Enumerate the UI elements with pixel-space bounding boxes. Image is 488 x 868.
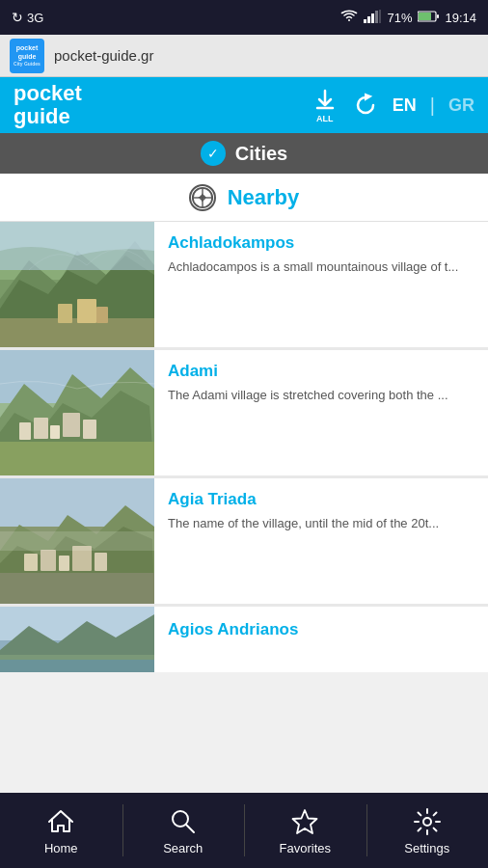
header-icons: ALL EN | GR (312, 87, 474, 123)
logo-text-city: City Guides (14, 61, 41, 67)
all-label: ALL (316, 114, 334, 123)
svg-rect-30 (83, 420, 96, 439)
cities-checkmark-icon: ✓ (201, 141, 226, 166)
city-info-agios-andrianos: Agios Andrianos (154, 607, 488, 672)
nearby-label: Nearby (228, 185, 300, 210)
svg-point-11 (200, 195, 204, 200)
nav-favorites[interactable]: Favorites (244, 793, 366, 868)
svg-rect-2 (371, 14, 374, 23)
battery-label: 71% (387, 11, 412, 25)
svg-rect-7 (437, 14, 439, 18)
download-all-button[interactable]: ALL (312, 87, 339, 123)
svg-rect-3 (375, 11, 378, 23)
svg-rect-46 (0, 660, 154, 672)
logo-text-pocket: pocket (16, 44, 39, 52)
nav-settings-label: Settings (404, 841, 449, 855)
svg-rect-37 (41, 550, 56, 571)
city-desc-adami: The Adami village is stretched covering … (168, 387, 474, 404)
lang-divider: | (430, 95, 435, 117)
svg-rect-18 (77, 299, 96, 323)
lang-gr-button[interactable]: GR (448, 95, 474, 116)
svg-rect-41 (0, 531, 154, 551)
settings-icon (412, 806, 443, 837)
city-info-agia-triada: Agia Triada The name of the village, unt… (154, 478, 488, 604)
svg-marker-49 (293, 810, 317, 833)
city-item-agios-andrianos[interactable]: Agios Andrianos (0, 607, 488, 672)
svg-rect-28 (50, 425, 60, 439)
city-name-adami: Adami (168, 362, 474, 381)
nav-home[interactable]: Home (0, 793, 122, 868)
app-header: pocket guide ALL EN | GR (0, 77, 488, 133)
city-name-agios-andrianos: Agios Andrianos (168, 620, 474, 639)
battery-icon (418, 11, 439, 25)
nav-favorites-label: Favorites (280, 841, 331, 855)
city-item-achladokampos[interactable]: Achladokampos Achladocampos is a small m… (0, 222, 488, 347)
app-logo: pocket guide (14, 82, 82, 128)
app-logo-name: pocket guide (14, 82, 82, 128)
svg-rect-19 (96, 307, 108, 323)
status-right: 71% 19:14 (340, 10, 476, 26)
svg-rect-40 (95, 553, 107, 571)
logo-text-guide: guide (18, 53, 37, 61)
nav-search-label: Search (163, 841, 203, 855)
city-info-achladokampos: Achladokampos Achladocampos is a small m… (154, 222, 488, 347)
cities-bar[interactable]: ✓ Cities (0, 133, 488, 174)
cities-label: Cities (235, 143, 287, 165)
svg-rect-0 (364, 19, 366, 23)
city-item-agia-triada[interactable]: Agia Triada The name of the village, unt… (0, 478, 488, 604)
svg-rect-6 (419, 13, 431, 20)
city-name-agia-triada: Agia Triada (168, 490, 474, 509)
city-info-adami: Adami The Adami village is stretched cov… (154, 350, 488, 475)
svg-line-48 (186, 825, 194, 832)
network-label: 3G (27, 11, 43, 25)
svg-point-50 (423, 818, 431, 826)
app-logo-small: pocket guide City Guides (10, 39, 44, 73)
nearby-location-icon (189, 184, 216, 211)
svg-rect-29 (63, 413, 80, 437)
home-icon (45, 806, 76, 837)
bottom-nav: Home Search Favorites Settings (0, 793, 488, 868)
svg-rect-1 (367, 16, 370, 23)
city-list: Achladokampos Achladocampos is a small m… (0, 222, 488, 672)
browser-bar: pocket guide City Guides pocket-guide.gr (0, 35, 488, 77)
city-thumb-achladokampos (0, 222, 154, 347)
nav-search[interactable]: Search (122, 793, 245, 868)
svg-rect-36 (24, 554, 38, 571)
svg-rect-38 (59, 556, 69, 571)
sync-icon: ↻ (12, 10, 23, 25)
svg-rect-25 (0, 442, 154, 475)
svg-rect-26 (19, 422, 31, 440)
svg-rect-16 (0, 318, 154, 347)
city-item-adami[interactable]: Adami The Adami village is stretched cov… (0, 350, 488, 475)
time-label: 19:14 (445, 11, 476, 25)
wifi-icon (340, 10, 358, 26)
status-left: ↻ 3G (12, 10, 43, 25)
city-thumb-agia-triada (0, 478, 154, 604)
city-desc-achladokampos: Achladocampos is a small mountainous vil… (168, 258, 474, 276)
status-bar: ↻ 3G 71% (0, 0, 488, 35)
nav-home-label: Home (44, 841, 78, 855)
nearby-bar[interactable]: Nearby (0, 174, 488, 222)
refresh-button[interactable] (352, 92, 379, 119)
svg-rect-17 (58, 304, 72, 323)
lang-en-button[interactable]: EN (393, 95, 417, 116)
svg-rect-4 (379, 10, 381, 23)
search-icon (168, 806, 199, 837)
browser-url[interactable]: pocket-guide.gr (54, 47, 153, 64)
city-desc-agia-triada: The name of the village, until the mid o… (168, 515, 474, 532)
favorites-icon (289, 806, 320, 837)
signal-icon (364, 10, 381, 26)
nav-settings[interactable]: Settings (366, 793, 489, 868)
svg-rect-35 (0, 573, 154, 604)
city-thumb-agios-andrianos (0, 607, 154, 672)
svg-rect-27 (34, 418, 48, 439)
city-name-achladokampos: Achladokampos (168, 233, 474, 253)
city-thumb-adami (0, 350, 154, 475)
